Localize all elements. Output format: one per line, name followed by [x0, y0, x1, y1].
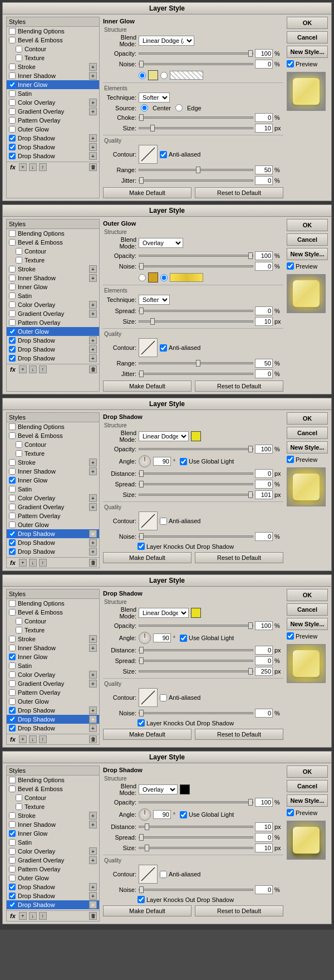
color-radio-1[interactable]: [139, 72, 146, 79]
inner-glow-check-3[interactable]: [9, 477, 16, 484]
outer-glow-2[interactable]: Outer Glow: [7, 327, 99, 336]
color-swatch-5[interactable]: [180, 784, 190, 794]
new-style-btn-2[interactable]: New Style...: [287, 248, 328, 260]
contour-check-3[interactable]: [16, 441, 22, 448]
drop-shadow-check-2a[interactable]: [9, 337, 16, 344]
gradient-check-4[interactable]: [9, 680, 16, 687]
range-slider-1[interactable]: [139, 169, 253, 171]
drop-shadow-2a[interactable]: Drop Shadow+: [7, 336, 99, 345]
outer-glow-5[interactable]: Outer Glow: [7, 874, 99, 883]
move-up-2[interactable]: ↑: [39, 365, 47, 373]
ok-btn-5[interactable]: OK: [287, 766, 328, 778]
move-up-1[interactable]: ↑: [39, 163, 47, 171]
new-style-btn-3[interactable]: New Style...: [287, 441, 328, 454]
delete-5[interactable]: 🗑: [89, 912, 97, 920]
choke-value-1[interactable]: [255, 113, 273, 122]
gradient-plus-1[interactable]: +: [89, 108, 97, 115]
opacity-slider-2[interactable]: [139, 255, 253, 257]
distance-value-3[interactable]: [255, 469, 273, 478]
range-value-1[interactable]: [255, 165, 273, 174]
color-overlay-plus-1[interactable]: +: [89, 99, 97, 106]
drop-shadow-5a[interactable]: Drop Shadow+: [7, 883, 99, 891]
drop-shadow-check-1a[interactable]: [9, 135, 16, 142]
color-overlay-check-1[interactable]: [9, 99, 16, 106]
angle-value-5[interactable]: [153, 810, 171, 819]
color-swatch-1[interactable]: [148, 70, 158, 80]
move-down-1[interactable]: ↓: [29, 163, 37, 171]
spread-value-5[interactable]: [255, 833, 273, 842]
anti-alias-check-2[interactable]: [160, 344, 167, 352]
distance-value-4[interactable]: [255, 646, 273, 655]
drop-shadow-check-5b[interactable]: [9, 893, 16, 899]
add-layer-5[interactable]: +: [19, 912, 27, 920]
contour-check-1[interactable]: [16, 46, 22, 52]
add-layer-1[interactable]: +: [19, 163, 27, 171]
drop-shadow-plus-3c[interactable]: +: [89, 548, 97, 555]
stroke-check-1[interactable]: [9, 64, 16, 70]
bevel-emboss-2[interactable]: Bevel & Emboss: [7, 238, 99, 247]
range-value-2[interactable]: [255, 359, 273, 368]
pattern-check-1[interactable]: [9, 117, 16, 124]
global-light-check-5[interactable]: [180, 811, 187, 818]
blend-mode-select-1[interactable]: Linear Dodge (Add): [139, 36, 194, 46]
gradient-radio-2[interactable]: [160, 274, 168, 281]
spread-slider-3[interactable]: [139, 483, 253, 485]
inner-shadow-plus-3[interactable]: +: [89, 467, 97, 475]
color-overlay-3[interactable]: Color Overlay+: [7, 494, 99, 503]
cancel-btn-3[interactable]: Cancel: [287, 427, 328, 439]
pattern-check-3[interactable]: [9, 513, 16, 519]
fx-button-1[interactable]: fx: [9, 164, 17, 170]
texture-check-3[interactable]: [16, 450, 22, 457]
fx-button-3[interactable]: fx: [9, 559, 17, 566]
color-overlay-check-3[interactable]: [9, 495, 16, 501]
bevel-check-5[interactable]: [9, 786, 16, 792]
outer-glow-check-1[interactable]: [9, 126, 16, 133]
color-radio-2[interactable]: [139, 274, 146, 281]
delete-1[interactable]: 🗑: [89, 163, 97, 171]
contour-2[interactable]: Contour: [7, 247, 99, 256]
inner-shadow-check-5[interactable]: [9, 821, 16, 828]
drop-shadow-check-1b[interactable]: [9, 144, 16, 150]
edge-radio-1[interactable]: [175, 104, 183, 111]
new-style-btn-5[interactable]: New Style...: [287, 794, 328, 807]
move-down-5[interactable]: ↓: [29, 912, 37, 920]
pattern-overlay-4[interactable]: Pattern Overlay: [7, 688, 99, 697]
jitter-value-1[interactable]: [255, 176, 273, 185]
stroke-1[interactable]: Stroke+: [7, 62, 99, 71]
size-value-1[interactable]: [255, 124, 273, 133]
inner-shadow-1[interactable]: Inner Shadow+: [7, 71, 99, 80]
ok-btn-4[interactable]: OK: [287, 589, 328, 601]
spread-slider-5[interactable]: [139, 836, 253, 838]
drop-shadow-check-3c[interactable]: [9, 548, 16, 555]
color-swatch-4[interactable]: [191, 608, 201, 618]
satin-check-1[interactable]: [9, 90, 16, 97]
inner-shadow-check-1[interactable]: [9, 72, 16, 79]
satin-check-4[interactable]: [9, 662, 16, 669]
drop-shadow-plus-5b[interactable]: +: [89, 892, 97, 900]
distance-slider-3[interactable]: [139, 472, 253, 475]
color-overlay-4[interactable]: Color Overlay+: [7, 670, 99, 679]
texture-3[interactable]: Texture: [7, 449, 99, 458]
blend-mode-select-4[interactable]: Linear Dodge (Add): [139, 608, 189, 618]
texture-2[interactable]: Texture: [7, 256, 99, 265]
noise-value-2[interactable]: [255, 262, 273, 271]
jitter-value-2[interactable]: [255, 369, 273, 378]
angle-dial-4[interactable]: [139, 632, 151, 644]
drop-shadow-check-2c[interactable]: [9, 355, 16, 362]
drop-shadow-plus-5a[interactable]: +: [89, 883, 97, 891]
color-overlay-plus-2[interactable]: +: [89, 301, 97, 309]
inner-shadow-check-3[interactable]: [9, 468, 16, 475]
cancel-btn-2[interactable]: Cancel: [287, 233, 328, 246]
inner-shadow-plus-1[interactable]: +: [89, 72, 97, 80]
size-slider-2[interactable]: [139, 320, 253, 323]
inner-glow-check-2[interactable]: [9, 284, 16, 290]
outer-glow-check-4[interactable]: [9, 698, 16, 705]
gradient-overlay-2[interactable]: Gradient Overlay+: [7, 309, 99, 318]
blend-mode-select-3[interactable]: Linear Dodge (Add): [139, 431, 189, 441]
preview-check-4[interactable]: [287, 632, 294, 640]
color-swatch-2[interactable]: [148, 272, 158, 282]
noise-value-1[interactable]: [255, 60, 273, 69]
opacity-slider-4[interactable]: [139, 625, 253, 627]
contour-check-2[interactable]: [16, 248, 22, 255]
size-slider-4[interactable]: [139, 670, 253, 672]
